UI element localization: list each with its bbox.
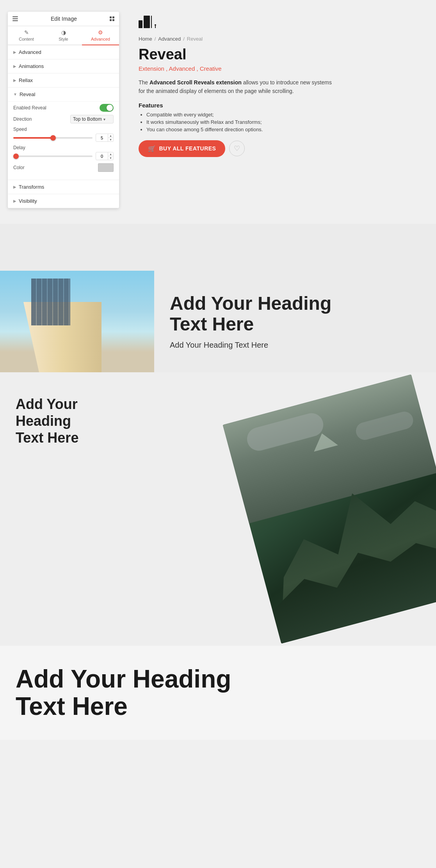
direction-select[interactable]: Top to Bottom: [70, 115, 114, 123]
breadcrumb-sep2: /: [183, 36, 185, 42]
section-reveal-body: Enabled Reveal Direction Top to Bottom S…: [8, 101, 119, 180]
delay-arrows: ▲ ▼: [108, 152, 113, 160]
tab-content-label: Content: [19, 37, 34, 41]
chevron-right-icon: ▶: [13, 199, 16, 203]
buy-all-features-button[interactable]: 🛒 BUY ALL FEATURES: [139, 140, 225, 157]
top-section: Edit Image ✎ Content ◑ Style ⚙ Advanced: [0, 0, 436, 224]
delay-thumb[interactable]: [13, 154, 19, 159]
delay-input[interactable]: [96, 153, 108, 159]
section-visibility-header[interactable]: ▶ Visibility: [8, 194, 119, 208]
grid-icon[interactable]: [110, 16, 114, 21]
direction-value: Top to Bottom: [73, 116, 102, 122]
mountain-image: [222, 374, 436, 644]
speed-fill: [13, 137, 53, 139]
wishlist-button[interactable]: ♡: [229, 141, 245, 156]
speed-thumb[interactable]: [50, 135, 56, 141]
right-content: Home / Advanced / Reveal Reveal Extensio…: [131, 12, 428, 161]
tab-advanced-label: Advanced: [91, 37, 110, 41]
delay-track[interactable]: [13, 155, 93, 157]
chevron-right-icon: ▶: [13, 78, 16, 82]
page-title: Reveal: [139, 46, 420, 63]
section-visibility-label: Visibility: [19, 198, 37, 204]
panel-tabs: ✎ Content ◑ Style ⚙ Advanced: [8, 26, 119, 45]
description: The Advanced Scroll Reveals extension al…: [139, 78, 334, 96]
svg-point-0: [155, 24, 156, 26]
section2-subheading: Add Your Heading Text Here: [170, 341, 420, 350]
breadcrumb-current: Reveal: [187, 36, 203, 42]
tags: Extension , Advanced , Creative: [139, 65, 420, 72]
panel-header: Edit Image: [8, 12, 119, 26]
feature-item: You can choose among 5 different directi…: [146, 127, 420, 132]
section2-heading-text: Add Your HeadingText Here: [170, 293, 331, 334]
logo-icon: [139, 16, 158, 28]
section-transforms-header[interactable]: ▶ Transforms: [8, 180, 119, 194]
direction-label: Direction: [13, 116, 32, 122]
delay-row: Delay ▲ ▼: [13, 145, 114, 160]
logo-line: [151, 16, 152, 28]
enabled-reveal-toggle[interactable]: [100, 104, 114, 112]
speed-label: Speed: [13, 127, 114, 132]
speed-arrows: ▲ ▼: [108, 134, 113, 141]
speed-track[interactable]: [13, 137, 93, 139]
section-visibility: ▶ Visibility: [8, 194, 119, 208]
section-transforms-label: Transforms: [19, 184, 44, 190]
speed-control: ▲ ▼: [13, 134, 114, 142]
features-title: Features: [139, 102, 420, 109]
logo-fork: [153, 24, 158, 28]
chevron-right-icon: ▶: [13, 50, 16, 54]
section-rellax-header[interactable]: ▶ Rellax: [8, 73, 119, 87]
chevron-down-icon: ▼: [13, 92, 17, 96]
spacer-1: [0, 224, 436, 271]
section-rotated-image: Add Your HeadingText Here: [0, 372, 436, 646]
section-bottom-heading: Add Your HeadingText Here: [0, 646, 436, 740]
logo-bar-middle: [144, 16, 150, 28]
breadcrumb-parent[interactable]: Advanced: [158, 36, 181, 42]
delay-value-input[interactable]: ▲ ▼: [96, 152, 114, 160]
advanced-tab-icon: ⚙: [98, 29, 103, 36]
delay-control: ▲ ▼: [13, 152, 114, 160]
color-swatch[interactable]: [98, 163, 114, 172]
color-label: Color: [13, 165, 25, 170]
speed-input[interactable]: [96, 135, 108, 141]
delay-down-arrow[interactable]: ▼: [108, 156, 113, 160]
section-animations: ▶ Animations: [8, 59, 119, 73]
section-advanced: ▶ Advanced: [8, 45, 119, 59]
section2-heading: Add Your HeadingText Here: [170, 293, 420, 335]
svg-rect-1: [155, 26, 156, 28]
speed-down-arrow[interactable]: ▼: [108, 138, 113, 141]
section-rellax-label: Rellax: [19, 77, 33, 83]
section-animations-label: Animations: [19, 63, 44, 69]
heart-icon: ♡: [234, 144, 240, 153]
editor-panel: Edit Image ✎ Content ◑ Style ⚙ Advanced: [8, 12, 119, 208]
buy-button-label: BUY ALL FEATURES: [159, 145, 216, 152]
section2-text: Add Your HeadingText Here Add Your Headi…: [154, 271, 436, 372]
speed-value-input[interactable]: ▲ ▼: [96, 134, 114, 142]
tab-advanced[interactable]: ⚙ Advanced: [82, 26, 119, 45]
color-row: Color: [13, 163, 114, 172]
breadcrumb-sep1: /: [155, 36, 156, 42]
logo-bar-left: [139, 20, 142, 28]
button-row: 🛒 BUY ALL FEATURES ♡: [139, 140, 420, 157]
style-tab-icon: ◑: [61, 29, 66, 36]
breadcrumb: Home / Advanced / Reveal: [139, 36, 420, 42]
section2-image: [0, 271, 154, 372]
tab-style[interactable]: ◑ Style: [45, 26, 82, 45]
hamburger-icon[interactable]: [12, 16, 18, 21]
section-advanced-header[interactable]: ▶ Advanced: [8, 45, 119, 59]
section-reveal: ▼ Reveal Enabled Reveal Direction Top to…: [8, 88, 119, 180]
tab-style-label: Style: [59, 37, 68, 41]
breadcrumb-home[interactable]: Home: [139, 36, 152, 42]
section-image-heading: Add Your HeadingText Here Add Your Headi…: [0, 271, 436, 372]
delay-up-arrow[interactable]: ▲: [108, 152, 113, 156]
description-bold: Advanced Scroll Reveals extension: [149, 79, 242, 86]
section-animations-header[interactable]: ▶ Animations: [8, 59, 119, 73]
section-reveal-label: Reveal: [20, 91, 35, 97]
tab-content[interactable]: ✎ Content: [8, 26, 45, 45]
feature-item: Compatible with every widget;: [146, 112, 420, 118]
enabled-reveal-label: Enabled Reveal: [13, 105, 46, 111]
section-reveal-header[interactable]: ▼ Reveal: [8, 88, 119, 101]
content-tab-icon: ✎: [24, 29, 29, 36]
section-rellax: ▶ Rellax: [8, 73, 119, 88]
feature-item: It works simultaneously with Relax and T…: [146, 119, 420, 125]
speed-up-arrow[interactable]: ▲: [108, 134, 113, 138]
